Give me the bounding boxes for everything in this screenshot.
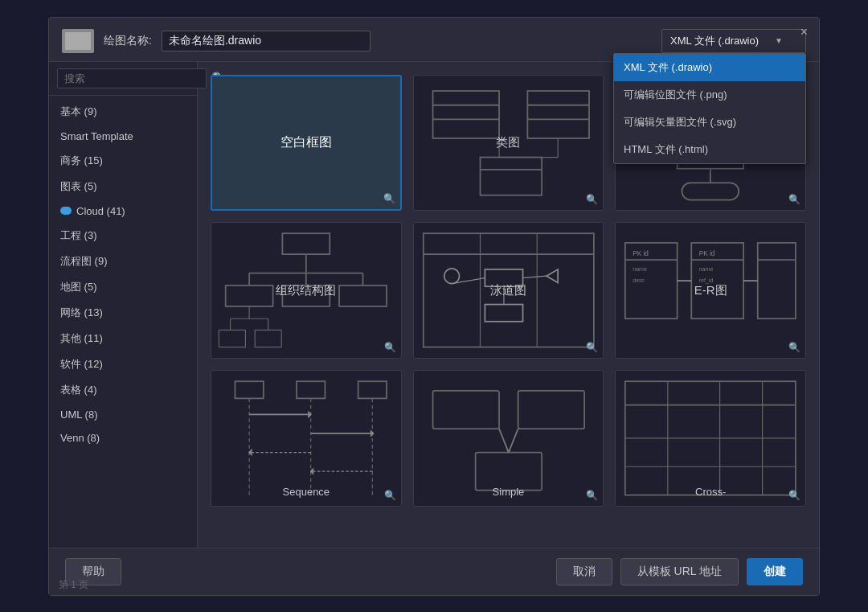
sidebar-item-label: 图表 (5) [60,179,97,194]
from-url-button[interactable]: 从模板 URL 地址 [620,558,739,585]
chevron-down-icon: ▼ [775,36,783,45]
svg-rect-29 [339,285,387,306]
template-label-blank: 空白框图 [280,134,332,151]
zoom-icon-class: 🔍 [586,194,598,205]
svg-text:name: name [699,267,714,273]
sidebar-item-venn[interactable]: Venn (8) [49,426,197,450]
svg-text:desc: desc [633,278,645,284]
format-dropdown-wrapper: XML 文件 (.drawio) ▼ XML 文件 (.drawio) 可编辑位… [661,29,806,53]
title-label: 绘图名称: [104,34,152,48]
sidebar-item-label: 表格 (4) [60,383,97,397]
footer: 帮助 取消 从模板 URL 地址 创建 [49,548,819,595]
svg-rect-27 [226,285,273,306]
sidebar-item-flowchart[interactable]: 流程图 (9) [49,248,197,274]
cloud-icon [60,207,72,215]
sidebar-item-label: 地图 (5) [60,280,97,294]
create-button[interactable]: 创建 [747,558,803,585]
svg-rect-76 [518,391,583,429]
file-icon [62,29,94,53]
template-label-simple: Simple [414,486,604,498]
svg-rect-75 [432,391,498,429]
sidebar-item-label: 商务 (15) [60,154,103,168]
format-option-html[interactable]: HTML 文件 (.html) [614,136,805,163]
svg-rect-35 [255,331,281,347]
svg-line-78 [499,429,509,452]
sidebar-item-label: 网络 (13) [60,306,103,320]
template-card-sequence[interactable]: Sequence 🔍 [211,370,402,507]
svg-line-79 [508,429,518,452]
sidebar-item-label: 软件 (12) [60,357,103,372]
zoom-icon-org: 🔍 [384,342,396,353]
svg-rect-63 [358,381,387,398]
sidebar-item-label: Cloud (41) [76,205,125,217]
svg-rect-34 [219,331,245,347]
zoom-icon-er: 🔍 [788,342,800,353]
sidebar-item-label: UML (8) [60,409,97,421]
svg-rect-17 [682,183,739,199]
svg-text:PK id: PK id [699,251,715,258]
svg-point-40 [444,269,459,284]
sidebar-item-label: Smart Template [60,130,133,142]
sidebar-item-table[interactable]: 表格 (4) [49,377,197,403]
sidebar-item-basic[interactable]: 基本 (9) [49,99,197,125]
search-bar: 🔍 [49,62,197,96]
cancel-button[interactable]: 取消 [556,558,612,585]
sidebar-item-label: 基本 (9) [60,105,97,119]
sidebar-item-smart-template[interactable]: Smart Template [49,125,197,148]
sidebar-item-uml[interactable]: UML (8) [49,403,197,426]
template-card-simple[interactable]: Simple 🔍 [413,370,604,507]
format-option-png[interactable]: 可编辑位图文件 (.png) [614,81,805,109]
format-option-svg[interactable]: 可编辑矢量图文件 (.svg) [614,109,805,136]
svg-rect-62 [297,381,325,398]
sidebar: 🔍 基本 (9) Smart Template 商务 (15) 图表 (5) C… [49,62,198,548]
template-card-swim[interactable]: 泳道图 🔍 [413,222,604,359]
sidebar-item-business[interactable]: 商务 (15) [49,148,197,174]
template-card-cross[interactable]: Cross- 🔍 [615,370,806,507]
main-dialog: 绘图名称: XML 文件 (.drawio) ▼ XML 文件 (.drawio… [48,17,820,596]
page-indicator: 第 1 页 [49,575,98,595]
svg-rect-77 [475,453,541,491]
format-select-button[interactable]: XML 文件 (.drawio) ▼ [661,29,806,53]
template-card-class[interactable]: 类图 🔍 [413,75,604,212]
svg-rect-61 [235,381,263,398]
zoom-icon-flowchart: 🔍 [788,194,800,205]
zoom-icon-swim: 🔍 [586,342,598,353]
svg-rect-0 [432,91,498,138]
svg-line-46 [522,276,546,277]
sidebar-item-label: 工程 (3) [60,228,97,243]
template-label-class: 类图 [496,135,520,150]
sidebar-item-label: 其他 (11) [60,331,103,346]
svg-rect-43 [485,305,522,322]
svg-rect-6 [480,157,542,195]
zoom-icon-blank: 🔍 [383,193,395,204]
close-button[interactable]: × [800,26,808,39]
svg-rect-3 [527,91,589,138]
svg-rect-51 [758,243,796,318]
svg-marker-42 [547,269,558,282]
template-label-sequence: Sequence [211,486,401,498]
sidebar-item-charts[interactable]: 图表 (5) [49,174,197,199]
sidebar-item-map[interactable]: 地图 (5) [49,274,197,300]
sidebar-list: 基本 (9) Smart Template 商务 (15) 图表 (5) Clo… [49,96,197,548]
search-input[interactable] [57,68,207,88]
filename-input[interactable] [162,31,371,51]
svg-rect-21 [282,233,330,254]
sidebar-item-engineering[interactable]: 工程 (3) [49,223,197,248]
sidebar-item-software[interactable]: 软件 (12) [49,351,197,377]
template-label-org: 组织结构图 [276,283,336,298]
format-dropdown-menu: XML 文件 (.drawio) 可编辑位图文件 (.png) 可编辑矢量图文件… [613,53,806,164]
template-label-cross: Cross- [616,486,805,498]
template-card-er[interactable]: PK id PK id name name desc ref_id E-R图 🔍 [615,222,806,359]
svg-text:PK id: PK id [633,251,649,258]
sidebar-item-cloud[interactable]: Cloud (41) [49,199,197,223]
sidebar-item-network[interactable]: 网络 (13) [49,300,197,326]
format-option-drawio[interactable]: XML 文件 (.drawio) [614,54,805,81]
template-card-blank[interactable]: 空白框图 🔍 [211,75,402,212]
sidebar-item-other[interactable]: 其他 (11) [49,326,197,351]
template-card-org[interactable]: 组织结构图 🔍 [211,222,402,359]
svg-text:name: name [633,267,648,273]
format-current-label: XML 文件 (.drawio) [670,34,759,48]
template-label-swim: 泳道图 [490,283,526,298]
sidebar-item-label: 流程图 (9) [60,254,108,269]
template-label-er: E-R图 [694,283,727,298]
